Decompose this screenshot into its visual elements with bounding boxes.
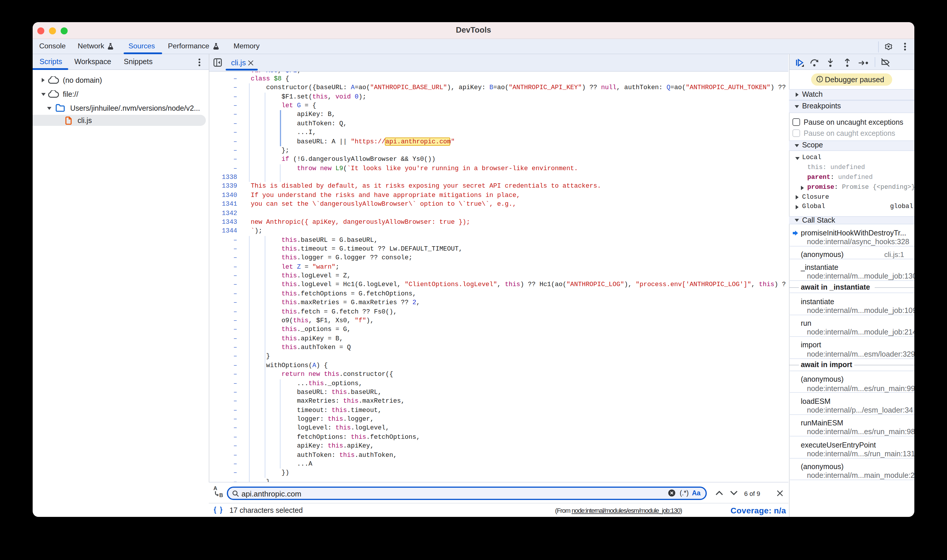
svg-text:A: A bbox=[213, 485, 217, 491]
svg-text:B: B bbox=[219, 492, 223, 498]
